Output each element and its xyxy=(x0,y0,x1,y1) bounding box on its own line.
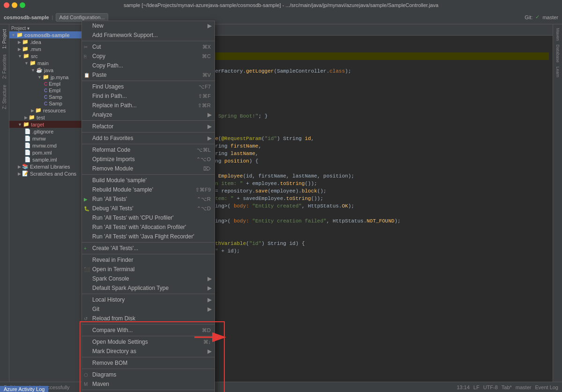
git-check-icon: ✓ xyxy=(535,14,540,20)
tree-java[interactable]: ▼ ☕ java xyxy=(9,67,81,74)
right-sidebar-tabs: Maven Database Learn xyxy=(553,24,562,382)
tree-samp1[interactable]: C Samp xyxy=(9,94,81,100)
menu-item-add-framework[interactable]: Add Framework Support... xyxy=(82,30,214,40)
maximize-button[interactable] xyxy=(20,2,25,8)
menu-item-create-tests[interactable]: + Create 'All Tests'... xyxy=(82,244,214,253)
menu-item-rebuild-module[interactable]: Rebuild Module 'sample' ⇧⌘F9 xyxy=(82,185,214,194)
branch-label: master xyxy=(542,15,558,20)
menu-item-run-alloc[interactable]: Run 'All Tests' with 'Allocation Profile… xyxy=(82,222,214,232)
menu-item-run-cpu[interactable]: Run 'All Tests' with 'CPU Profiler' xyxy=(82,213,214,222)
menu-item-remove-bom[interactable]: Remove BOM xyxy=(82,358,214,368)
menu-item-default-spark[interactable]: Default Spark Application Type ▶ xyxy=(82,283,214,293)
menu-item-new[interactable]: New ▶ xyxy=(82,21,214,30)
tree-mvn[interactable]: ▶ 📁 .mvn xyxy=(9,45,81,52)
menu-item-remove-module[interactable]: Remove Module ⌦ xyxy=(82,164,214,173)
menu-item-git[interactable]: Git ▶ xyxy=(82,304,214,314)
context-menu: New ▶ Add Framework Support... ✂ Cut ⌘X … xyxy=(81,21,215,392)
tree-main[interactable]: ▼ 📁 main xyxy=(9,59,81,67)
file-tree: Project ▾ ▼ 📁 cosmosdb-sample ▶ 📁 .idea … xyxy=(9,24,82,382)
tree-mvnw[interactable]: 📄 mvnw xyxy=(9,135,81,142)
sidebar-tab-project[interactable]: 1: Project xyxy=(1,26,8,52)
menu-item-find-usages[interactable]: Find Usages ⌥F7 xyxy=(82,82,214,91)
menu-item-copy-path[interactable]: Copy Path... xyxy=(82,61,214,70)
menu-item-cut[interactable]: ✂ Cut ⌘X xyxy=(82,42,214,52)
git-label: Git: xyxy=(525,15,532,20)
tree-project-header[interactable]: Project ▾ xyxy=(9,25,81,31)
menu-item-paste[interactable]: 📋 Paste ⌘V xyxy=(82,70,214,80)
status-encoding: UTF-8 xyxy=(483,385,498,390)
tree-test[interactable]: ▶ 📁 test xyxy=(9,114,81,121)
menu-item-build-module[interactable]: Build Module 'sample' xyxy=(82,176,214,185)
menu-item-maven[interactable]: M Maven xyxy=(82,379,214,389)
sidebar-tab-database[interactable]: Database xyxy=(555,43,561,65)
menu-item-find-in-path[interactable]: Find in Path... ⇧⌘F xyxy=(82,91,214,101)
tree-pom[interactable]: 📄 pom.xml xyxy=(9,149,81,156)
menu-item-reveal-finder[interactable]: Reveal in Finder xyxy=(82,255,214,265)
sidebar-tab-learn[interactable]: Learn xyxy=(555,65,561,79)
menu-item-open-terminal[interactable]: ⬛ Open in Terminal xyxy=(82,265,214,274)
sidebar-tab-favorites[interactable]: 2: Favorites xyxy=(1,52,8,81)
tree-ext-libs[interactable]: ▶ 📚 External Libraries xyxy=(9,163,81,170)
menu-item-reformat-code[interactable]: Reformat Code ⌥⌘L xyxy=(82,145,214,155)
menu-item-diagrams[interactable]: ⬡ Diagrams xyxy=(82,370,214,379)
close-button[interactable] xyxy=(4,2,9,8)
tree-samp2[interactable]: C Samp xyxy=(9,100,81,107)
tree-src[interactable]: ▼ 📁 src xyxy=(9,52,81,59)
project-name: cosmosdb-sample xyxy=(4,15,49,20)
left-sidebar-tabs: 1: Project 2: Favorites Z: Structure xyxy=(0,24,9,382)
tree-idea[interactable]: ▶ 📁 .idea xyxy=(9,38,81,45)
tree-root[interactable]: ▼ 📁 cosmosdb-sample xyxy=(9,31,81,38)
menu-item-add-to-favorites[interactable]: Add to Favorites ▶ xyxy=(82,133,214,143)
menu-item-compare[interactable]: Compare With... ⌘D xyxy=(82,325,214,335)
tree-gitignore[interactable]: 📄 .gitignore xyxy=(9,128,81,135)
status-indent: Tab* xyxy=(502,385,512,390)
sidebar-tab-structure[interactable]: Z: Structure xyxy=(1,82,8,112)
tree-target[interactable]: ▼ 📁 target xyxy=(9,121,81,128)
status-line: 13:14 xyxy=(457,385,470,390)
toolbar-add-config[interactable]: Add Configuration... xyxy=(56,13,108,22)
menu-item-run-flight[interactable]: Run 'All Tests' with 'Java Flight Record… xyxy=(82,232,214,241)
menu-item-reload[interactable]: ↺ Reload from Disk xyxy=(82,314,214,323)
status-lf: LF xyxy=(473,385,480,390)
tree-resources[interactable]: ▶ 📁 resources xyxy=(9,107,81,114)
menu-item-analyze[interactable]: Analyze ▶ xyxy=(82,110,214,119)
status-right: 13:14 LF UTF-8 Tab* master Event Log xyxy=(457,385,558,390)
tree-scratches[interactable]: ▶ 📝 Scratches and Cons xyxy=(9,170,81,177)
menu-item-replace-in-path[interactable]: Replace in Path... ⇧⌘R xyxy=(82,101,214,110)
minimize-button[interactable] xyxy=(12,2,17,8)
tree-mvnw-cmd[interactable]: 📄 mvnw.cmd xyxy=(9,142,81,149)
menu-item-open-module-settings[interactable]: Open Module Settings ⌘↓ xyxy=(82,337,214,347)
menu-item-local-history[interactable]: Local History ▶ xyxy=(82,295,214,304)
tree-package[interactable]: ▼ 📁 jp.myna xyxy=(9,74,81,81)
azure-activity-log-tab[interactable]: Azure Activity Log xyxy=(0,386,48,392)
tree-empl2[interactable]: C Empl xyxy=(9,87,81,94)
tree-empl1[interactable]: C Empl xyxy=(9,81,81,87)
status-git: master xyxy=(516,385,532,390)
menu-item-optimize-imports[interactable]: Optimize Imports ⌃⌥O xyxy=(82,155,214,164)
menu-item-mark-directory[interactable]: Mark Directory as ▶ xyxy=(82,347,214,356)
menu-item-spark-console[interactable]: Spark Console ▶ xyxy=(82,274,214,283)
window-controls[interactable] xyxy=(4,2,25,8)
menu-item-copy[interactable]: ⎘ Copy ⌘C xyxy=(82,52,214,61)
menu-item-run-tests[interactable]: ▶ Run 'All Tests' ⌃⌥R xyxy=(82,194,214,204)
menu-item-debug-tests[interactable]: 🐛 Debug 'All Tests' ⌃⌥D xyxy=(82,204,214,213)
window-title: sample [~/IdeaProjects/mynavi-azurejava-… xyxy=(124,2,438,8)
event-log[interactable]: Event Log xyxy=(535,385,558,390)
tree-iml[interactable]: 📄 sample.iml xyxy=(9,156,81,163)
menu-item-refactor[interactable]: Refactor ▶ xyxy=(82,122,214,131)
title-bar: sample [~/IdeaProjects/mynavi-azurejava-… xyxy=(0,0,562,10)
sidebar-tab-maven[interactable]: Maven xyxy=(555,26,561,43)
